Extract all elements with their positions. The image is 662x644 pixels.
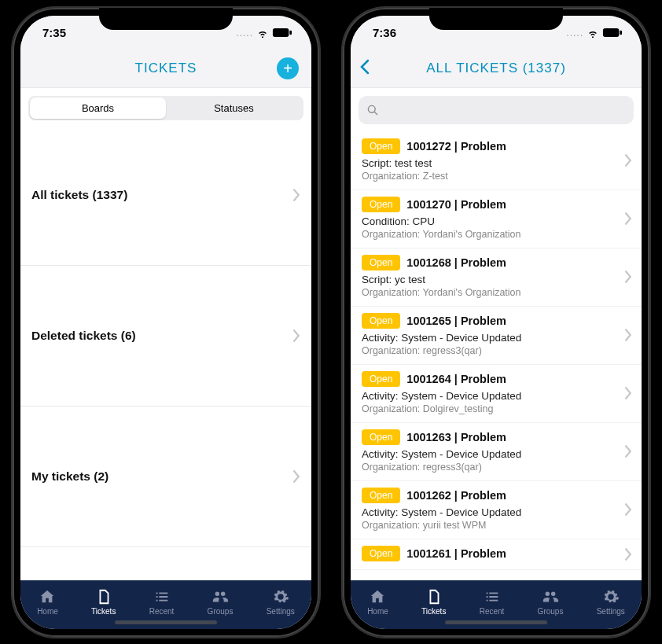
page-title: TICKETS xyxy=(135,61,197,76)
ticket-subject: Condition: CPU xyxy=(362,215,631,227)
home-indicator[interactable] xyxy=(445,620,547,624)
notch xyxy=(99,8,233,30)
ticket-subject: Script: test test xyxy=(362,157,631,169)
ticket-id: 1001264 | Problem xyxy=(406,373,506,385)
notch xyxy=(429,8,563,30)
title-bar: TICKETS + xyxy=(20,50,311,88)
ticket-org: Organization: Dolgirev_testing xyxy=(362,403,631,414)
ticket-id: 1001261 | Problem xyxy=(406,547,506,560)
chevron-right-icon xyxy=(293,418,300,535)
board-label: All tickets (1337) xyxy=(31,188,127,202)
boards-list: All tickets (1337)Deleted tickets (6)My … xyxy=(20,125,311,580)
status-badge: Open xyxy=(362,429,400,445)
tab-groups[interactable]: Groups xyxy=(208,588,234,616)
segmented-control: Boards Statuses xyxy=(28,96,303,120)
search-icon xyxy=(366,104,379,116)
tab-home[interactable]: Home xyxy=(37,588,58,616)
tab-recent[interactable]: Recent xyxy=(480,588,505,616)
ticket-org: Organization: Yordani's Organization xyxy=(362,229,631,240)
ticket-id: 1001265 | Problem xyxy=(406,315,506,327)
ticket-subject: Activity: System - Device Updated xyxy=(362,506,631,518)
ticket-row[interactable]: Open1001263 | ProblemActivity: System - … xyxy=(351,423,642,481)
tab-groups[interactable]: Groups xyxy=(538,588,564,616)
cellular-icon: ..... xyxy=(566,28,583,39)
ticket-org: Organization: Yordani's Organization xyxy=(362,287,631,298)
chevron-right-icon xyxy=(293,277,300,395)
ticket-id: 1001272 | Problem xyxy=(406,140,506,153)
status-badge: Open xyxy=(362,546,400,561)
ticket-id: 1001262 | Problem xyxy=(406,489,506,502)
ticket-id: 1001268 | Problem xyxy=(406,256,506,269)
status-badge: Open xyxy=(362,488,400,503)
board-label: My tickets (2) xyxy=(31,469,108,484)
board-label: Deleted tickets (6) xyxy=(31,329,136,343)
ticket-row[interactable]: Open1001262 | ProblemActivity: System - … xyxy=(351,481,642,539)
ticket-id: 1001263 | Problem xyxy=(406,431,506,443)
add-button[interactable]: + xyxy=(277,57,299,79)
tickets-list: Open1001272 | ProblemScript: test testOr… xyxy=(351,132,642,580)
phone-right: 7:36 ..... ALL TICKETS (1337) Open100127… xyxy=(343,8,649,637)
tab-recent[interactable]: Recent xyxy=(149,588,175,616)
wifi-icon xyxy=(256,27,269,39)
board-row[interactable]: My tickets (2) xyxy=(20,407,311,547)
tab-home[interactable]: Home xyxy=(367,588,388,616)
search-input[interactable] xyxy=(359,96,634,124)
ticket-row[interactable]: Open1001268 | ProblemScript: yc testOrga… xyxy=(351,248,642,307)
battery-icon xyxy=(602,28,623,38)
ticket-org: Organization: Z-test xyxy=(362,171,631,182)
status-badge: Open xyxy=(362,197,400,212)
tab-tickets[interactable]: Tickets xyxy=(91,588,116,616)
chevron-right-icon xyxy=(625,495,632,580)
tab-settings[interactable]: Settings xyxy=(267,588,295,616)
tab-boards[interactable]: Boards xyxy=(30,98,166,119)
ticket-row[interactable]: Open1001272 | ProblemScript: test testOr… xyxy=(351,132,642,190)
ticket-id: 1001270 | Problem xyxy=(406,198,506,211)
status-badge: Open xyxy=(362,313,400,329)
ticket-row[interactable]: Open1001264 | ProblemActivity: System - … xyxy=(351,365,642,423)
chevron-right-icon xyxy=(293,558,300,580)
tab-statuses[interactable]: Statuses xyxy=(166,98,302,119)
status-badge: Open xyxy=(362,255,400,270)
board-row[interactable]: Deleted tickets (6) xyxy=(20,266,311,407)
page-title: ALL TICKETS (1337) xyxy=(426,61,566,76)
ticket-subject: Script: yc test xyxy=(362,274,631,285)
ticket-subject: Activity: System - Device Updated xyxy=(362,390,631,402)
phone-left: 7:35 ..... TICKETS + Boards Statuses All… xyxy=(13,8,319,637)
chevron-right-icon xyxy=(293,136,300,254)
tab-tickets[interactable]: Tickets xyxy=(421,588,446,616)
ticket-org: Organization: regress3(qar) xyxy=(362,345,631,356)
cellular-icon: ..... xyxy=(236,28,253,39)
back-button[interactable] xyxy=(360,59,370,78)
board-row[interactable]: Open tickets (695) xyxy=(20,547,311,580)
ticket-org: Organization: yurii test WPM xyxy=(362,520,631,531)
ticket-row[interactable]: Open1001261 | Problem xyxy=(351,539,642,570)
tab-settings[interactable]: Settings xyxy=(597,588,625,616)
ticket-row[interactable]: Open1001265 | ProblemActivity: System - … xyxy=(351,307,642,365)
ticket-subject: Activity: System - Device Updated xyxy=(362,332,631,344)
status-badge: Open xyxy=(362,371,400,387)
wifi-icon xyxy=(587,27,599,39)
clock: 7:36 xyxy=(373,26,396,39)
ticket-org: Organization: regress3(qar) xyxy=(362,462,631,473)
ticket-subject: Activity: System - Device Updated xyxy=(362,448,631,460)
clock: 7:35 xyxy=(42,26,66,39)
ticket-row[interactable]: Open1001270 | ProblemCondition: CPUOrgan… xyxy=(351,190,642,248)
battery-icon xyxy=(272,28,292,38)
status-badge: Open xyxy=(362,138,400,154)
home-indicator[interactable] xyxy=(115,620,217,624)
board-row[interactable]: All tickets (1337) xyxy=(20,125,311,266)
title-bar: ALL TICKETS (1337) xyxy=(351,50,642,88)
